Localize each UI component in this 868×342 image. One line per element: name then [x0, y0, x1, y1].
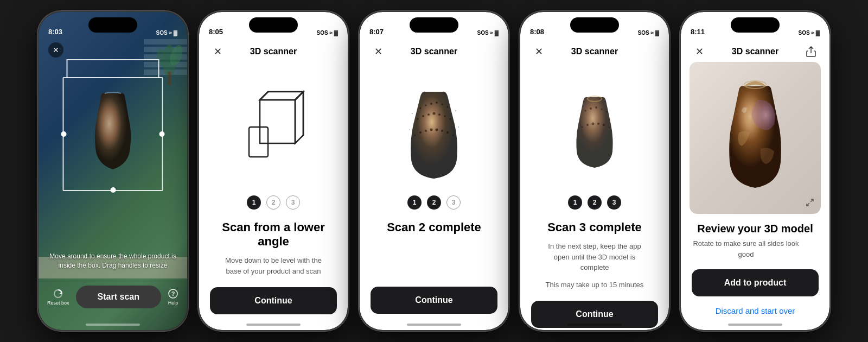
phone-3-content: ✕ 3D scanner: [360, 12, 508, 330]
start-scan-button[interactable]: Start scan: [76, 286, 161, 308]
ar-bottom-bar: Reset box Start scan ? Help: [39, 286, 187, 308]
progress-dots-2: 1 2 3: [247, 195, 300, 210]
svg-point-26: [450, 118, 451, 120]
phone-2: ✕ 3D scanner: [198, 11, 349, 331]
dot-2-4: 2: [588, 195, 602, 210]
title-2: 3D scanner: [250, 47, 297, 56]
svg-line-11: [295, 92, 303, 100]
phone-1-screen: Move around to ensure the whole product …: [39, 12, 187, 330]
dynamic-island-2: [249, 17, 298, 33]
progress-dots-3: 1 2 3: [407, 195, 461, 210]
bottom-section-2: Continue: [199, 282, 348, 330]
close-button-4[interactable]: ✕: [531, 44, 546, 59]
scan-vase-4: [551, 78, 638, 187]
phone-4-content: ✕ 3D scanner: [520, 12, 669, 330]
screen-header-3: ✕ 3D scanner: [360, 39, 508, 62]
home-indicator-1: [86, 324, 140, 326]
share-button-5[interactable]: [803, 44, 819, 59]
svg-point-16: [430, 103, 432, 105]
svg-point-37: [409, 129, 410, 130]
dot-3-2: 3: [286, 195, 300, 210]
svg-point-23: [433, 112, 436, 115]
expand-icon[interactable]: [806, 198, 814, 208]
dot-3-3: 3: [446, 195, 461, 210]
ar-close-btn[interactable]: ✕: [48, 42, 63, 58]
discard-button[interactable]: Discard and start over: [692, 301, 819, 321]
svg-point-43: [590, 107, 592, 110]
title-5: 3D scanner: [732, 47, 778, 56]
review-text-area: Review your 3D model Rotate to make sure…: [681, 214, 829, 263]
phone-5-screen: ✕ 3D scanner: [681, 12, 829, 330]
svg-point-18: [442, 104, 443, 105]
scan-heading-3: Scan 2 complete: [387, 220, 481, 235]
svg-point-15: [425, 105, 427, 106]
svg-point-25: [444, 116, 446, 117]
close-button-3[interactable]: ✕: [371, 44, 386, 59]
ar-vase: [86, 88, 140, 177]
svg-point-34: [452, 135, 454, 136]
reset-box-btn[interactable]: Reset box: [47, 288, 69, 306]
screen-header-5: ✕ 3D scanner: [681, 39, 829, 62]
dynamic-island-4: [570, 17, 619, 33]
ar-instruction-text: Move around to ensure the whole product …: [39, 252, 187, 270]
phone-2-screen: ✕ 3D scanner: [199, 12, 348, 330]
dot-1-4: 1: [568, 195, 582, 210]
continue-button-2[interactable]: Continue: [210, 287, 337, 314]
dot-1-2: 1: [247, 195, 261, 210]
phone-2-content: ✕ 3D scanner: [199, 12, 348, 330]
svg-point-14: [420, 107, 422, 109]
svg-point-42: [585, 110, 586, 112]
scan-vase-3: [391, 78, 477, 187]
svg-text:?: ?: [171, 290, 175, 297]
add-to-product-button[interactable]: Add to product: [692, 269, 819, 296]
svg-point-19: [447, 106, 449, 108]
scan-subtext-2: Move down to be level with the base of y…: [219, 255, 328, 276]
svg-point-30: [430, 129, 433, 131]
svg-point-33: [446, 131, 449, 134]
close-button-5[interactable]: ✕: [692, 44, 707, 59]
svg-rect-13: [249, 127, 268, 157]
svg-point-22: [427, 113, 430, 116]
svg-point-35: [412, 113, 413, 114]
phone-3-screen: ✕ 3D scanner: [360, 12, 508, 330]
svg-point-46: [607, 111, 608, 113]
svg-point-29: [425, 130, 427, 132]
svg-point-31: [436, 129, 438, 131]
svg-point-24: [438, 113, 441, 116]
svg-point-52: [609, 126, 610, 128]
svg-point-40: [454, 143, 455, 144]
home-indicator-3: [407, 324, 461, 326]
progress-dots-4: 1 2 3: [568, 195, 621, 210]
dot-2-3: 2: [427, 195, 441, 210]
svg-rect-3: [168, 72, 171, 85]
dot-2-2: 2: [266, 195, 280, 210]
svg-point-21: [422, 115, 424, 117]
phone-4: ✕ 3D scanner: [519, 11, 670, 331]
svg-point-51: [603, 124, 605, 126]
svg-line-10: [260, 92, 268, 100]
close-button-2[interactable]: ✕: [210, 44, 225, 59]
screen-content-2: 1 2 3 Scan from a lower angle Move down …: [199, 62, 348, 282]
phone-4-screen: ✕ 3D scanner: [520, 12, 669, 330]
dynamic-island-3: [410, 17, 458, 33]
dynamic-island-1: [88, 17, 137, 33]
review-heading: Review your 3D model: [692, 223, 819, 235]
scan-illustration-2: [230, 78, 317, 187]
svg-point-36: [455, 110, 456, 111]
ar-camera-bg: Move around to ensure the whole product …: [39, 12, 187, 330]
svg-point-38: [458, 126, 459, 128]
dot-3-4: 3: [607, 195, 621, 210]
scan-heading-2: Scan from a lower angle: [210, 220, 337, 249]
dynamic-island-5: [731, 17, 780, 33]
phone-5: ✕ 3D scanner: [680, 11, 831, 331]
help-btn[interactable]: ? Help: [168, 288, 178, 306]
svg-point-39: [413, 145, 414, 147]
svg-point-47: [582, 126, 583, 128]
svg-point-20: [417, 118, 419, 120]
screen-content-4: 1 2 3 Scan 3 complete In the next step, …: [520, 62, 669, 295]
scan-heading-4: Scan 3 complete: [547, 220, 642, 235]
title-3: 3D scanner: [411, 47, 457, 56]
svg-point-44: [595, 106, 597, 109]
vase-preview-area: [690, 62, 821, 214]
continue-button-3[interactable]: Continue: [371, 287, 497, 314]
